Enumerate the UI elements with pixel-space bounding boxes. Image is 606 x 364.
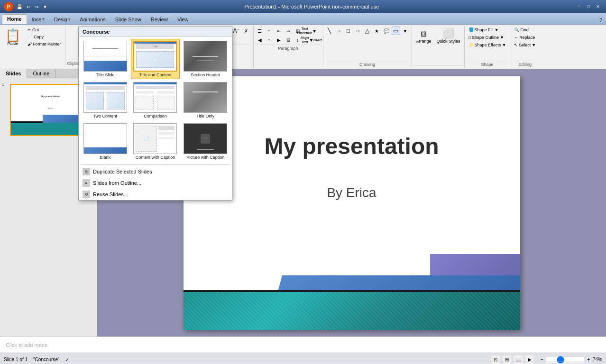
slide-number: 1 <box>2 80 4 87</box>
redo-btn[interactable]: ↪ <box>33 4 40 10</box>
clipboard-right: ✂ Cut 📄 Copy 🖌 Format Painter <box>24 27 63 67</box>
maximize-button[interactable]: □ <box>584 3 593 10</box>
tab-home[interactable]: Home <box>2 14 27 24</box>
layout-picture-caption-label: Picture with Caption <box>186 155 224 160</box>
shape-effects-button[interactable]: ✨ Shape Effects▼ <box>467 42 508 48</box>
justify-button[interactable]: ⊟ <box>284 36 293 44</box>
slides-from-outline-item[interactable]: ≡ Slides from Outline... <box>79 177 232 189</box>
triangle-tool[interactable]: △ <box>363 27 372 35</box>
oval-tool[interactable]: ○ <box>354 27 362 35</box>
select-icon: ↖ <box>514 43 518 47</box>
clipboard-section: 📋 Paste ✂ Cut 📄 Copy 🖌 Format Painter <box>0 26 65 68</box>
layout-two-content-label: Two Content <box>93 114 118 118</box>
layout-thumb-title-only <box>184 82 227 113</box>
shape-section-label: Shape <box>467 61 508 67</box>
layout-title-slide-label: Title Slide <box>96 73 114 77</box>
align-left-button[interactable]: ◀ <box>256 36 264 44</box>
notes-area[interactable]: Click to add notes <box>0 337 606 353</box>
numbering-button[interactable]: ≡ <box>265 27 274 35</box>
layout-comparison-label: Comparison <box>144 114 167 118</box>
tab-design[interactable]: Design <box>49 15 75 24</box>
slides-tab[interactable]: Slides <box>0 69 27 78</box>
drawing-tools: ╲ → □ ○ △ ★ 💬 ▭ ▼ <box>325 27 410 61</box>
layout-divider <box>81 164 230 165</box>
effects-icon: ✨ <box>468 43 474 47</box>
shape-outline-button[interactable]: □ Shape Outline▼ <box>467 34 508 41</box>
align-right-button[interactable]: ▶ <box>275 36 283 44</box>
quick-styles-button[interactable]: ⬜ Quick Styles <box>435 27 462 45</box>
layout-title-only[interactable]: Title Only <box>181 80 230 120</box>
reuse-slides-item[interactable]: ↺ Reuse Slides... <box>79 189 232 200</box>
layout-thumb-picture-caption: □ <box>184 123 227 154</box>
increase-indent-button[interactable]: ⇥ <box>284 27 293 35</box>
shape-fill-label: Shape Fill <box>475 27 494 32</box>
shape-effects-label: Shape Effects <box>475 43 501 47</box>
tab-insert[interactable]: Insert <box>27 15 50 24</box>
format-painter-button[interactable]: 🖌 Format Painter <box>26 41 63 47</box>
cut-button[interactable]: ✂ Cut <box>26 27 63 33</box>
paste-label: Paste <box>7 41 18 46</box>
paste-icon: 📋 <box>5 29 20 41</box>
selected-shape[interactable]: ▭ <box>392 27 400 35</box>
text-direction-button[interactable]: Text Direction▼ <box>303 27 312 35</box>
paragraph-row2: ◀ ≡ ▶ ⊟ ↕ Align Text▼ SmArt <box>256 36 321 44</box>
layout-two-content[interactable]: 📄 📄 Two Content <box>81 80 130 120</box>
close-button[interactable]: ✕ <box>594 3 602 10</box>
clear-format-button[interactable]: ✗ <box>242 27 250 35</box>
copy-button[interactable]: 📄 Copy <box>26 34 63 40</box>
layout-comparison[interactable]: Comparison <box>131 80 180 120</box>
layout-title-slide[interactable]: Title Slide <box>81 39 130 79</box>
align-text-button[interactable]: Align Text▼ <box>303 36 312 44</box>
layout-picture-caption[interactable]: □ Picture with Caption <box>181 121 230 162</box>
help-button[interactable]: ? <box>596 16 606 24</box>
line-tool[interactable]: ╲ <box>325 27 334 35</box>
replace-button[interactable]: ↔ Replace <box>512 34 538 41</box>
layout-dropdown: Concourse Title Slide Tit <box>78 27 232 200</box>
layout-thumb-title-slide <box>83 41 127 72</box>
layout-title-content-label: Title and Content <box>139 73 171 77</box>
tab-slideshow[interactable]: Slide Show <box>110 15 146 24</box>
layout-title-content[interactable]: Title 📄 Title and Content <box>131 39 180 79</box>
outline-icon: □ <box>468 35 471 40</box>
find-button[interactable]: 🔍 Find <box>512 27 538 33</box>
arrow-tool[interactable]: → <box>335 27 343 35</box>
bullets-button[interactable]: ☰ <box>256 27 264 35</box>
duplicate-slides-item[interactable]: ⎘ Duplicate Selected Slides <box>79 166 232 177</box>
notes-placeholder: Click to add notes <box>6 342 47 348</box>
rect-tool[interactable]: □ <box>344 27 353 35</box>
tab-review[interactable]: Review <box>146 15 173 24</box>
callout-tool[interactable]: 💬 <box>382 27 391 35</box>
outline-tab[interactable]: Outline <box>27 69 55 78</box>
layout-grid: Title Slide Title 📄 Title and Content <box>79 37 232 164</box>
layout-blank[interactable]: Blank <box>81 121 130 162</box>
paste-button[interactable]: 📋 Paste <box>2 27 24 67</box>
slide-bottom <box>184 261 520 330</box>
tab-animations[interactable]: Animations <box>75 15 110 24</box>
select-button[interactable]: ↖ Select▼ <box>512 42 538 48</box>
tab-view[interactable]: View <box>173 15 193 24</box>
shape-outline-label: Shape Outline <box>472 35 499 40</box>
layout-section-header-label: Section Header <box>191 73 220 77</box>
layout-thumb-two-content: 📄 📄 <box>83 82 127 113</box>
star-tool[interactable]: ★ <box>373 27 381 35</box>
more-shapes[interactable]: ▼ <box>401 27 410 35</box>
undo-btn[interactable]: ↩ <box>25 4 32 10</box>
align-center-button[interactable]: ≡ <box>265 36 274 44</box>
shape-section: 🪣 Shape Fill▼ □ Shape Outline▼ ✨ Shape E… <box>465 26 511 68</box>
slide-teal-area <box>184 292 520 330</box>
slide-canvas[interactable]: My presentation By Erica <box>184 76 520 330</box>
save-btn[interactable]: 💾 <box>15 4 24 10</box>
convert-smartart-button[interactable]: SmArt <box>312 36 321 44</box>
layout-content-caption[interactable]: 📄 Content with Caption <box>131 121 180 162</box>
more-btn[interactable]: ▼ <box>41 4 49 10</box>
copy-label: Copy <box>34 35 44 39</box>
duplicate-icon: ⎘ <box>83 168 90 175</box>
minimize-button[interactable]: ─ <box>575 3 583 10</box>
slide-title: My presentation <box>184 133 520 159</box>
layout-section-header[interactable]: Section Header <box>181 39 230 79</box>
paragraph-row1: ☰ ≡ ⇤ ⇥ ⊞ Text Direction▼ <box>256 27 321 35</box>
font-decrease-button[interactable]: A⁻ <box>232 27 241 35</box>
shape-fill-button[interactable]: 🪣 Shape Fill▼ <box>467 27 508 33</box>
decrease-indent-button[interactable]: ⇤ <box>275 27 283 35</box>
arrange-button[interactable]: ⧈ Arrange <box>414 27 434 45</box>
